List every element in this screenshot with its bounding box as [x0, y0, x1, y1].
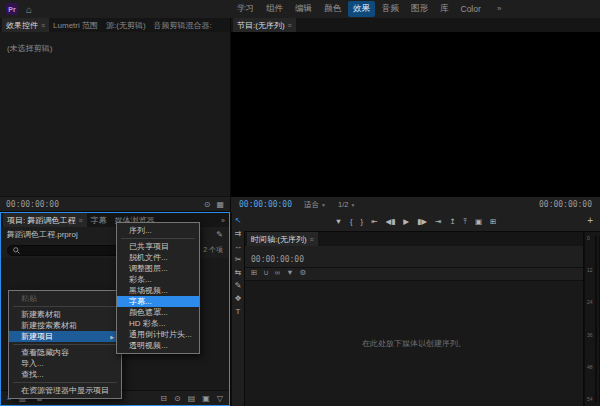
menu-separator [13, 344, 117, 345]
workspace-tab-editing[interactable]: 编辑 [290, 1, 317, 17]
tab-audio-clip-mixer[interactable]: 音频剪辑混合器: [150, 18, 216, 32]
workspace-tab-assembly[interactable]: 组件 [261, 1, 288, 17]
tab-effect-controls[interactable]: 效果控件 ≡ [2, 18, 49, 32]
lift-button[interactable]: ↥ [449, 218, 455, 226]
workspace-tab-color[interactable]: 颜色 [319, 1, 346, 17]
panel-menu-icon[interactable]: ≡ [78, 217, 82, 224]
submenu-item-shared-project[interactable]: 已共享项目 [117, 241, 199, 252]
effect-controls-timecode: 00:00:00:00 [6, 200, 59, 209]
panel-menu-icon[interactable]: ≡ [41, 22, 45, 29]
zoom-level-select[interactable]: 适合 ▼ [304, 200, 326, 210]
comparison-view-button[interactable]: ⊞ [490, 218, 496, 226]
tab-source-monitor[interactable]: 源:(无剪辑) [102, 18, 150, 32]
razor-tool-button[interactable]: ✂ [235, 256, 242, 264]
button-editor-button[interactable]: + [587, 215, 593, 226]
workspace-tab-color-custom[interactable]: Color [456, 2, 486, 16]
workspace-tab-effects[interactable]: 效果 [348, 1, 375, 17]
submenu-item-counting-leader[interactable]: 通用倒计时片头... [117, 329, 199, 340]
new-item-submenu: 序列... 已共享项目 脱机文件... 调整图层... 彩条... 黑场视频..… [116, 222, 200, 354]
ripple-edit-tool-button[interactable]: ↔ [234, 243, 242, 251]
hand-tool-button[interactable]: ❖ [234, 295, 241, 303]
tab-project[interactable]: 项目: 舞蹈调色工程 ≡ [3, 213, 87, 227]
workspace-tab-libraries[interactable]: 库 [435, 1, 454, 17]
submenu-item-color-matte[interactable]: 颜色遮罩... [117, 307, 199, 318]
pen-tool-button[interactable]: ✎ [235, 282, 242, 290]
nest-toggle-button[interactable]: ⊞ [251, 269, 257, 277]
go-to-in-button[interactable]: ⇤ [371, 218, 377, 226]
selection-tool-button[interactable]: ↖ [235, 217, 242, 225]
timeline-drop-zone[interactable]: 在此处放下媒体以创建序列。 [245, 281, 583, 406]
tab-captions[interactable]: 字幕 [87, 213, 111, 227]
program-position-timecode[interactable]: 00:00:00:00 [239, 200, 292, 209]
play-button[interactable]: ▶ [403, 218, 409, 226]
panel-menu-icon[interactable]: ≡ [288, 22, 292, 29]
menu-item-new-item[interactable]: 新建项目 ▶ [9, 331, 121, 342]
track-select-forward-tool-button[interactable]: ⇉ [235, 230, 242, 238]
titlebar: Pr ⌂ 学习 组件 编辑 颜色 效果 音频 图形 库 Color » [0, 0, 600, 18]
step-back-button[interactable]: ◀▮ [385, 218, 395, 226]
mark-out-button[interactable]: } [361, 218, 364, 226]
timeline-timecode[interactable]: 00:00:00:00 [251, 255, 304, 264]
go-to-out-button[interactable]: ⇥ [435, 218, 441, 226]
no-clip-selected-label: (未选择剪辑) [7, 44, 52, 53]
zoom-fit-icon[interactable]: ⊙ [204, 200, 211, 209]
meter-tick-label: 54 [587, 397, 593, 402]
tab-lumetri-scopes[interactable]: Lumetri 范围 [49, 18, 102, 32]
menu-item-reveal-in-explorer[interactable]: 在资源管理器中显示项目 [9, 385, 121, 396]
linked-selection-button[interactable]: ∞ [275, 269, 280, 277]
effect-controls-content: (未选择剪辑) [0, 32, 230, 196]
panel-overflow-icon[interactable]: » [221, 217, 227, 224]
menu-item-new-search-bin[interactable]: 新建搜索素材箱 [9, 320, 121, 331]
program-monitor-panel: 节目:(无序列) ≡ 00:00:00:00 适合 ▼ 1/2 ▼ 00:00:… [231, 18, 600, 231]
find-button[interactable]: ⊙ [174, 394, 181, 403]
timeline-toolbar: ⊞ ∪ ∞ ▼ ⚙ [245, 268, 583, 281]
automate-to-sequence-button[interactable]: ⊟ [160, 394, 167, 403]
menu-item-paste[interactable]: 粘贴 [9, 293, 121, 304]
workspace-tab-learning[interactable]: 学习 [232, 1, 259, 17]
submenu-item-hd-bars[interactable]: HD 彩条... [117, 318, 199, 329]
menu-item-view-hidden[interactable]: 查看隐藏内容 [9, 347, 121, 358]
playback-resolution-select[interactable]: 1/2 ▼ [338, 200, 355, 209]
submenu-item-color-bars[interactable]: 彩条... [117, 274, 199, 285]
add-marker-button[interactable]: ▼ [335, 218, 342, 226]
step-forward-button[interactable]: ▮▶ [417, 218, 427, 226]
timeline-settings-button[interactable]: ⚙ [300, 269, 307, 277]
program-duration-timecode: 00:00:00:00 [539, 200, 592, 209]
submenu-item-black-video[interactable]: 黑场视频... [117, 285, 199, 296]
project-file-name: 舞蹈调色工程.prproj [7, 229, 78, 240]
snap-toggle-button[interactable]: ∪ [263, 269, 269, 277]
submenu-item-transparent-video[interactable]: 透明视频... [117, 340, 199, 351]
home-icon[interactable]: ⌂ [26, 4, 32, 15]
type-tool-button[interactable]: T [236, 308, 241, 316]
timeline-tabbar: 时间轴:(无序列) ≡ [245, 232, 583, 246]
export-frame-button[interactable]: ▣ [475, 218, 482, 226]
submenu-item-sequence[interactable]: 序列... [117, 225, 199, 236]
clear-button[interactable]: ▽ [217, 394, 223, 403]
effect-controls-tabbar: 效果控件 ≡ Lumetri 范围 源:(无剪辑) 音频剪辑混合器: [0, 18, 230, 32]
menu-item-new-bin[interactable]: 新建素材箱 [9, 309, 121, 320]
search-input[interactable] [23, 247, 129, 254]
menu-item-import[interactable]: 导入... [9, 358, 121, 369]
tab-timeline-label: 时间轴:(无序列) [251, 234, 307, 245]
search-icon [13, 247, 20, 254]
menu-item-find[interactable]: 查找... [9, 369, 121, 380]
submenu-item-captions[interactable]: 字幕... [117, 296, 199, 307]
submenu-item-adjustment-layer[interactable]: 调整图层... [117, 263, 199, 274]
tab-timeline[interactable]: 时间轴:(无序列) ≡ [247, 232, 318, 246]
drop-media-hint-label: 在此处放下媒体以创建序列。 [362, 338, 466, 349]
extract-button[interactable]: ⤒ [464, 218, 467, 226]
tab-program-monitor[interactable]: 节目:(无序列) ≡ [233, 18, 296, 32]
panel-menu-icon[interactable]: ≡ [310, 236, 314, 243]
workspace-tab-graphics[interactable]: 图形 [406, 1, 433, 17]
submenu-arrow-icon: ▶ [110, 334, 114, 340]
workspace-tab-audio[interactable]: 音频 [377, 1, 404, 17]
submenu-item-offline-file[interactable]: 脱机文件... [117, 252, 199, 263]
workspace-overflow-icon[interactable]: » [497, 4, 501, 13]
new-bin-button[interactable]: ▤ [188, 394, 196, 403]
new-item-button[interactable]: ▣ [202, 394, 210, 403]
add-marker-button[interactable]: ▼ [286, 269, 293, 277]
panel-options-icon[interactable]: ▦ [216, 200, 224, 209]
tab-program-label: 节目:(无序列) [237, 20, 285, 31]
mark-in-button[interactable]: { [350, 218, 353, 226]
slip-tool-button[interactable]: ⇆ [235, 269, 242, 277]
